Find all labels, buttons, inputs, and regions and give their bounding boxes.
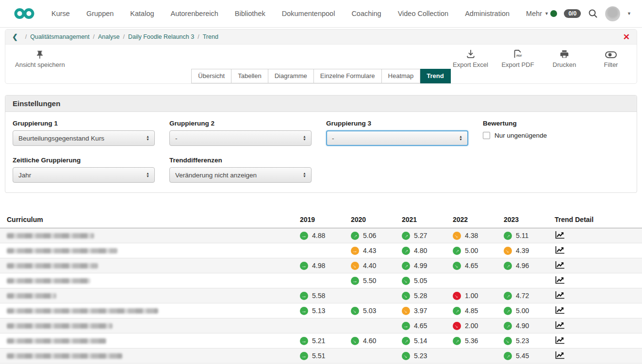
nav-item-dokumentenpool[interactable]: Dokumentenpool [282, 10, 335, 17]
field-bewertung: Bewertung Nur ungenügende [483, 120, 629, 146]
nav-item-bibliothek[interactable]: Bibliothek [235, 10, 265, 17]
score-value: 5.36 [465, 337, 478, 345]
score-value: 4.80 [414, 247, 427, 254]
score-value: 5.14 [414, 337, 427, 345]
score-value: 4.90 [516, 322, 529, 330]
trend-down-arrow-icon: → [351, 307, 359, 315]
score-value: 3.97 [414, 307, 427, 315]
year-value-cell-2021: →4.99 [402, 258, 453, 273]
table-row: →5.51→5.23→5.45 [0, 348, 642, 364]
trend-detail-chart-icon[interactable] [555, 336, 565, 345]
trend-flat-arrow-icon: → [351, 247, 359, 255]
year-value-cell-2019: →4.98 [300, 258, 351, 273]
trend-detail-chart-icon[interactable] [555, 321, 565, 330]
search-icon[interactable] [588, 8, 598, 19]
trend-down-arrow-icon: → [453, 322, 461, 330]
nav-item-administration[interactable]: Administration [465, 10, 510, 17]
nav-item-mehr[interactable]: Mehr ▼ [526, 10, 549, 17]
column-header-trend-detail: Trend Detail [555, 211, 642, 228]
trend-detail-chart-icon[interactable] [555, 306, 565, 315]
tab-trend[interactable]: Trend [420, 69, 450, 83]
curriculum-cell [0, 288, 300, 303]
filter-button[interactable]: Filter [594, 49, 628, 69]
score-value: 5.50 [363, 277, 376, 285]
breadcrumb-item[interactable]: Daily Foodle Relaunch 3 [128, 33, 194, 40]
redacted-curriculum-name [7, 263, 98, 269]
nav-item-gruppen[interactable]: Gruppen [86, 10, 114, 17]
checkbox[interactable] [483, 132, 490, 139]
nav-item-autorenbereich[interactable]: Autorenbereich [171, 10, 218, 17]
tab-diagramme[interactable]: Diagramme [268, 69, 314, 83]
field-gruppierung-2: Gruppierung 2 - ▲▼ [169, 120, 312, 146]
year-value-cell-2019 [300, 318, 351, 333]
trend-detail-chart-icon[interactable] [555, 246, 565, 254]
nav-more-label: Mehr [526, 10, 542, 17]
breadcrumb-item[interactable]: Qualitätsmanagement [30, 33, 89, 40]
redacted-curriculum-name [7, 248, 117, 253]
nav-menu: KurseGruppenKatalogAutorenbereichBibliot… [51, 10, 510, 17]
tab-tabellen[interactable]: Tabellen [231, 69, 268, 83]
breadcrumb-item[interactable]: Analyse [98, 33, 119, 40]
column-header-2019: 2019 [300, 211, 351, 228]
nav-item-coaching[interactable]: Coaching [351, 10, 381, 17]
user-avatar[interactable] [605, 6, 620, 21]
year-value-cell-2020: →4.43 [351, 243, 402, 258]
tab-heatmap[interactable]: Heatmap [382, 69, 421, 83]
zeitliche-gruppierung-select[interactable]: Jahr ▲▼ [13, 167, 155, 183]
gruppierung-3-select[interactable]: - ▲▼ [326, 130, 468, 146]
notification-counter-badge[interactable]: 0/0 [564, 9, 581, 18]
nav-item-kurse[interactable]: Kurse [51, 10, 70, 17]
gruppierung-1-select[interactable]: Beurteilungsgegenstand Kurs ▲▼ [13, 130, 155, 146]
curriculum-cell [0, 303, 300, 318]
filter-label: Filter [604, 61, 618, 68]
infinity-logo-icon[interactable] [14, 7, 35, 20]
tab-einzelne-formulare[interactable]: Einzelne Formulare [314, 69, 382, 83]
trend-flat-arrow-icon: → [300, 337, 308, 345]
trend-detail-chart-icon[interactable] [555, 231, 565, 239]
year-value-cell-2023: →4.90 [504, 318, 555, 333]
export-excel-button[interactable]: Export Excel [453, 49, 488, 69]
year-value-cell-2020 [351, 288, 402, 303]
table-row: →4.88→5.06→5.27→4.38→5.11 [0, 228, 642, 243]
back-chevron-icon[interactable]: ❮ [12, 33, 18, 41]
select-spinner-icon: ▲▼ [303, 172, 306, 178]
trend-detail-chart-icon[interactable] [555, 291, 565, 300]
year-value-cell-2019 [300, 243, 351, 258]
year-value-cell-2023: →4.96 [504, 258, 555, 273]
breadcrumb-item[interactable]: Trend [203, 33, 218, 40]
score-value: 4.98 [312, 262, 325, 269]
year-value-cell-2021: →3.97 [402, 303, 453, 318]
year-value-cell-2022: →2.00 [453, 318, 504, 333]
trend-up-arrow-icon: → [504, 232, 512, 240]
close-icon[interactable]: ✕ [623, 33, 630, 41]
save-view-button[interactable]: Ansicht speichern [15, 49, 65, 69]
trend-detail-cell [555, 303, 642, 318]
trend-detail-chart-icon[interactable] [555, 261, 565, 269]
nav-item-video-collection[interactable]: Video Collection [398, 10, 449, 17]
year-value-cell-2021: →4.65 [402, 318, 453, 333]
trend-detail-chart-icon[interactable] [555, 276, 565, 285]
score-value: 5.05 [414, 277, 427, 285]
trend-up-arrow-icon: → [504, 322, 512, 330]
year-value-cell-2019: →5.58 [300, 288, 351, 303]
nur-ungenuegende-checkbox-row[interactable]: Nur ungenügende [483, 132, 629, 139]
avatar-chevron-down-icon[interactable]: ▼ [627, 11, 631, 16]
print-button[interactable]: Drucken [547, 49, 581, 69]
gruppierung-2-select[interactable]: - ▲▼ [169, 130, 312, 146]
score-value: 4.85 [465, 307, 478, 315]
year-value-cell-2019 [300, 273, 351, 288]
year-value-cell-2019: →4.88 [300, 228, 351, 243]
trend-up-arrow-icon: → [402, 232, 410, 240]
score-value: 5.27 [414, 232, 427, 239]
trenddifferenzen-select[interactable]: Veränderung nicht anzeigen ▲▼ [169, 167, 312, 183]
nav-item-katalog[interactable]: Katalog [130, 10, 154, 17]
tab-übersicht[interactable]: Übersicht [191, 69, 231, 83]
trend-down-arrow-icon: → [453, 262, 461, 270]
export-pdf-button[interactable]: PDF Export PDF [501, 49, 535, 69]
bewertung-label: Bewertung [483, 120, 629, 127]
score-value: 5.45 [516, 352, 529, 360]
year-value-cell-2023: →4.39 [504, 243, 555, 258]
redacted-curriculum-name [7, 293, 56, 299]
trend-detail-chart-icon[interactable] [555, 351, 565, 360]
score-value: 4.39 [516, 247, 529, 254]
